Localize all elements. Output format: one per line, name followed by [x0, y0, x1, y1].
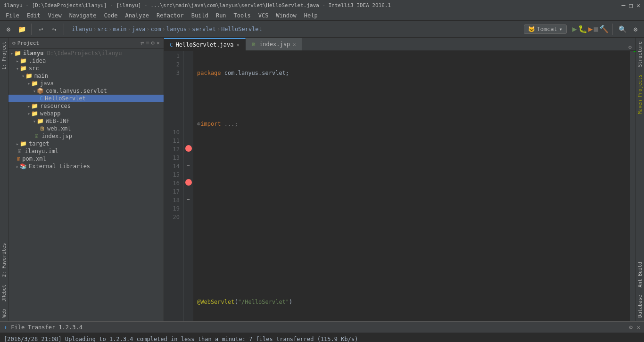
- database-tab[interactable]: Database: [637, 291, 643, 321]
- breadcrumb-ilanyu[interactable]: ilanyu: [72, 26, 92, 33]
- project-collapse-icon[interactable]: ≡: [146, 40, 149, 46]
- bottom-settings-icon[interactable]: ⚙: [629, 324, 633, 331]
- menu-item-tools[interactable]: Tools: [230, 11, 255, 20]
- tree-item-helloservlet[interactable]: C HelloServlet: [8, 95, 164, 102]
- minimize-button[interactable]: ─: [622, 2, 626, 9]
- tree-item-pom[interactable]: m pom.xml: [8, 155, 164, 163]
- menu-item-navigate[interactable]: Navigate: [66, 11, 100, 20]
- menu-item-help[interactable]: Help: [300, 11, 322, 20]
- maximize-button[interactable]: □: [629, 2, 633, 9]
- search-everywhere[interactable]: 🔍: [617, 24, 628, 35]
- menu-item-analyze[interactable]: Analyze: [121, 11, 153, 20]
- menu-item-run[interactable]: Run: [212, 11, 230, 20]
- tab-helloservlet[interactable]: C HelloServlet.java ✕: [164, 38, 246, 50]
- menu-item-file[interactable]: File: [2, 11, 23, 20]
- tree-item-java[interactable]: 📁 java: [8, 80, 164, 87]
- tree-item-webxml[interactable]: 🗎 web.xml: [8, 125, 164, 132]
- run-config-tomcat[interactable]: 🐱 Tomcat ▾: [524, 24, 567, 34]
- expand-icon: [27, 104, 30, 109]
- error-indicator: [634, 51, 636, 52]
- toolbar-undo[interactable]: ↩: [35, 24, 47, 35]
- project-sync-icon[interactable]: ⇄: [140, 40, 144, 46]
- expand-icon: [27, 81, 30, 86]
- fold-indicator[interactable]: −: [187, 163, 190, 169]
- ant-build-tab[interactable]: Ant Build: [637, 258, 643, 291]
- breadcrumb-helloservlet[interactable]: HelloServlet: [221, 26, 262, 33]
- project-close-icon[interactable]: ✕: [157, 40, 160, 46]
- tree-item-main[interactable]: 📁 main: [8, 72, 164, 80]
- tab-close-helloservlet[interactable]: ✕: [236, 42, 239, 48]
- menu-item-refactor[interactable]: Refactor: [153, 11, 188, 20]
- tree-item-webinf[interactable]: 📁 WEB-INF: [8, 117, 164, 125]
- editor-scrollbar[interactable]: [630, 51, 636, 321]
- favorites-tab[interactable]: 2: Favorites: [1, 239, 7, 281]
- toolbar-sep-1: [31, 24, 32, 35]
- breadcrumb-servlet[interactable]: servlet: [192, 26, 216, 33]
- run-button[interactable]: ▶: [572, 24, 577, 33]
- toolbar-btn-2[interactable]: 📁: [16, 24, 27, 35]
- breadcrumb-lanyus[interactable]: lanyus: [166, 26, 187, 33]
- close-button[interactable]: ✕: [636, 2, 640, 9]
- tree-item-idea[interactable]: 📁 .idea: [8, 57, 164, 65]
- maven-projects-tab[interactable]: Maven Projects: [637, 71, 643, 118]
- tab-close-indexjsp[interactable]: ✕: [293, 41, 296, 48]
- build-button[interactable]: 🔨: [599, 24, 609, 33]
- tree-item-root[interactable]: 📁 ilanyu D:\IdeaProjects\ilanyu: [8, 49, 164, 57]
- stop-button[interactable]: ■: [594, 24, 598, 33]
- java-file-icon: C: [170, 42, 173, 48]
- web-side-tab[interactable]: Web: [1, 305, 7, 321]
- menu-item-edit[interactable]: Edit: [23, 11, 44, 20]
- menu-item-view[interactable]: View: [44, 11, 66, 20]
- editor-tabs: C HelloServlet.java ✕ 🗎 index.jsp ✕ ⚙: [164, 38, 636, 51]
- structure-tab[interactable]: Structure: [637, 38, 643, 71]
- tomcat-dropdown-icon[interactable]: ▾: [559, 26, 562, 33]
- gutter: − −: [184, 51, 193, 321]
- window-controls: ─ □ ✕: [622, 2, 640, 9]
- expand-icon: [16, 66, 19, 71]
- breadcrumb-main[interactable]: main: [113, 26, 127, 33]
- iml-icon: 🗎: [17, 148, 23, 155]
- coverage-button[interactable]: ▶: [588, 24, 593, 33]
- tree-item-webapp[interactable]: 📁 webapp: [8, 110, 164, 117]
- menu-item-code[interactable]: Code: [100, 11, 122, 20]
- project-tab[interactable]: 1: Project: [1, 38, 7, 73]
- folder-icon: 📁: [25, 73, 33, 79]
- jrebel-side-tab[interactable]: JRebel: [1, 281, 7, 305]
- tab-indexjsp[interactable]: 🗎 index.jsp ✕: [246, 38, 302, 50]
- xml-icon: 🗎: [40, 125, 45, 132]
- right-vtabs: Structure Maven Projects Ant Build Datab…: [636, 38, 644, 321]
- title-bar: ilanyu - [D:\IdeaProjects\ilanyu] - [ila…: [0, 0, 644, 10]
- tree-item-indexjsp[interactable]: 🗎 index.jsp: [8, 132, 164, 140]
- expand-icon: [16, 141, 19, 147]
- title-text: ilanyu - [D:\IdeaProjects\ilanyu] - [ila…: [4, 2, 391, 8]
- tree-item-target[interactable]: 📁 target: [8, 140, 164, 147]
- menu-item-vcs[interactable]: VCS: [255, 11, 272, 20]
- bottom-panel-content: [2016/3/28 21:08] Uploading to 1.2.3.4 c…: [0, 333, 644, 342]
- tree-item-package[interactable]: 📦 com.lanyus.servlet: [8, 87, 164, 95]
- breadcrumb-src[interactable]: src: [98, 26, 108, 33]
- breadcrumb-java[interactable]: java: [132, 26, 146, 33]
- breakpoint-indicator[interactable]: [185, 145, 192, 152]
- tree-item-iml[interactable]: 🗎 ilanyu.iml: [8, 147, 164, 155]
- bottom-close-icon[interactable]: ✕: [636, 324, 640, 331]
- toolbar-btn-1[interactable]: ⚙: [3, 24, 14, 35]
- project-settings-icon[interactable]: ⚙: [151, 40, 155, 46]
- editor-content: 1 2 3 10 11 12 13 14 15 16 17 18 19: [164, 51, 636, 321]
- fold-indicator-2[interactable]: −: [187, 196, 190, 203]
- project-label: Project: [17, 40, 39, 46]
- expand-icon: [16, 58, 19, 64]
- editor-settings-icon[interactable]: ⚙: [628, 44, 632, 50]
- tab-indexjsp-label: index.jsp: [259, 41, 290, 48]
- tree-item-extlibs[interactable]: 📚 External Libraries: [8, 163, 164, 170]
- tree-item-resources[interactable]: 📁 resources: [8, 102, 164, 110]
- breakpoint-indicator-2[interactable]: [185, 179, 192, 186]
- debug-button[interactable]: 🐛: [578, 24, 587, 33]
- menu-item-build[interactable]: Build: [188, 11, 212, 20]
- line-numbers: 1 2 3 10 11 12 13 14 15 16 17 18 19: [164, 51, 184, 321]
- menu-item-window[interactable]: Window: [272, 11, 300, 20]
- toolbar-redo[interactable]: ↪: [49, 24, 60, 35]
- code-editor[interactable]: package com.lanyus.servlet; ⊕import ...;…: [193, 51, 630, 321]
- tree-item-src[interactable]: 📁 src: [8, 65, 164, 72]
- settings-button[interactable]: ⚙: [630, 24, 641, 35]
- breadcrumb-com[interactable]: com: [151, 26, 161, 33]
